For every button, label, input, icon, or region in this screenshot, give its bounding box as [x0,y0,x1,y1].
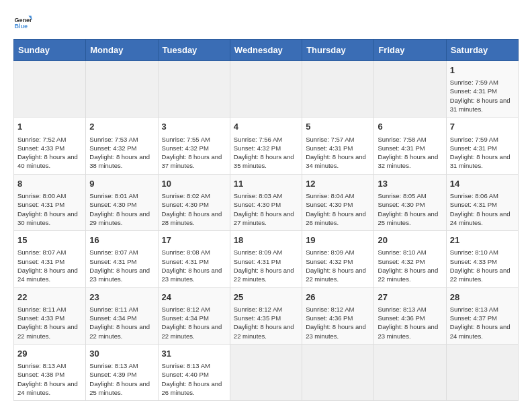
sunrise-text: Sunrise: 7:56 AM [234,136,282,143]
sunrise-text: Sunrise: 8:08 AM [162,248,210,256]
calendar-cell: 8Sunrise: 8:00 AMSunset: 4:31 PMDaylight… [14,174,86,230]
daylight-text: Daylight: 8 hours and 23 minutes. [306,323,366,339]
daylight-text: Daylight: 8 hours and 31 minutes. [450,97,511,113]
sunset-text: Sunset: 4:40 PM [162,371,209,378]
day-number: 4 [234,121,298,133]
calendar-cell: 10Sunrise: 8:02 AMSunset: 4:30 PMDayligh… [158,174,230,230]
calendar-cell [374,344,446,400]
sunset-text: Sunset: 4:32 PM [89,144,136,152]
calendar-cell: 18Sunrise: 8:09 AMSunset: 4:31 PMDayligh… [230,231,302,287]
day-number: 31 [162,348,226,360]
daylight-text: Daylight: 8 hours and 24 minutes. [17,267,78,283]
sunset-text: Sunset: 4:30 PM [162,201,209,208]
calendar-cell: 25Sunrise: 8:12 AMSunset: 4:35 PMDayligh… [230,287,302,344]
sunset-text: Sunset: 4:35 PM [234,314,281,322]
daylight-text: Daylight: 8 hours and 24 minutes. [17,380,78,396]
day-number: 16 [89,234,154,246]
sunset-text: Sunset: 4:31 PM [450,144,497,152]
sunrise-text: Sunrise: 8:12 AM [306,306,354,313]
sunrise-text: Sunrise: 7:55 AM [162,136,210,143]
sunrise-text: Sunrise: 7:59 AM [450,136,498,143]
day-number: 27 [378,291,442,304]
calendar-cell [14,61,86,118]
sunrise-text: Sunrise: 8:04 AM [306,192,354,199]
daylight-text: Daylight: 8 hours and 38 minutes. [89,153,150,169]
header-thursday: Thursday [302,40,374,61]
sunset-text: Sunset: 4:32 PM [378,258,425,265]
sunset-text: Sunset: 4:30 PM [234,201,281,208]
calendar-cell: 5Sunrise: 7:57 AMSunset: 4:31 PMDaylight… [302,118,374,174]
sunset-text: Sunset: 4:31 PM [450,201,497,208]
sunset-text: Sunset: 4:31 PM [17,201,64,208]
sunset-text: Sunset: 4:31 PM [89,258,136,265]
calendar-cell: 16Sunrise: 8:07 AMSunset: 4:31 PMDayligh… [86,231,158,287]
day-number: 20 [378,234,442,246]
week-row-4: 22Sunrise: 8:11 AMSunset: 4:33 PMDayligh… [14,287,519,344]
sunrise-text: Sunrise: 8:07 AM [17,248,66,256]
sunrise-text: Sunrise: 8:05 AM [378,192,426,199]
sunrise-text: Sunrise: 8:06 AM [450,192,498,199]
daylight-text: Daylight: 8 hours and 23 minutes. [162,267,222,283]
header-saturday: Saturday [446,40,518,61]
daylight-text: Daylight: 8 hours and 25 minutes. [378,210,438,226]
sunrise-text: Sunrise: 8:11 AM [89,306,138,313]
header-tuesday: Tuesday [158,40,230,61]
daylight-text: Daylight: 8 hours and 22 minutes. [450,267,511,283]
day-number: 17 [162,234,226,246]
day-number: 28 [450,291,515,304]
calendar-cell [374,61,446,118]
page-header: General Blue [13,13,519,32]
day-number: 11 [234,178,298,190]
daylight-text: Daylight: 8 hours and 24 minutes. [450,323,511,339]
calendar-cell: 13Sunrise: 8:05 AMSunset: 4:30 PMDayligh… [374,174,446,230]
calendar-cell: 26Sunrise: 8:12 AMSunset: 4:36 PMDayligh… [302,287,374,344]
sunrise-text: Sunrise: 8:13 AM [162,362,210,369]
sunset-text: Sunset: 4:30 PM [378,201,425,208]
sunrise-text: Sunrise: 7:52 AM [17,136,66,143]
sunset-text: Sunset: 4:37 PM [450,314,497,322]
calendar-cell [230,344,302,400]
calendar-cell: 30Sunrise: 8:13 AMSunset: 4:39 PMDayligh… [86,344,158,400]
calendar-cell: 17Sunrise: 8:08 AMSunset: 4:31 PMDayligh… [158,231,230,287]
daylight-text: Daylight: 8 hours and 22 minutes. [162,323,222,339]
sunset-text: Sunset: 4:31 PM [306,144,353,152]
day-number: 13 [378,178,442,190]
calendar-cell: 9Sunrise: 8:01 AMSunset: 4:30 PMDaylight… [86,174,158,230]
logo-icon: General Blue [13,13,32,32]
sunrise-text: Sunrise: 7:59 AM [450,79,498,86]
sunrise-text: Sunrise: 8:09 AM [234,248,282,256]
week-row-2: 8Sunrise: 8:00 AMSunset: 4:31 PMDaylight… [14,174,519,230]
day-number: 9 [89,178,154,190]
day-number: 22 [17,291,82,304]
daylight-text: Daylight: 8 hours and 23 minutes. [378,323,438,339]
day-number: 18 [234,234,298,246]
daylight-text: Daylight: 8 hours and 22 minutes. [234,323,294,339]
header-friday: Friday [374,40,446,61]
calendar-cell [302,344,374,400]
sunrise-text: Sunrise: 8:13 AM [450,306,498,313]
day-number: 25 [234,291,298,304]
day-number: 21 [450,234,515,246]
sunset-text: Sunset: 4:32 PM [162,144,209,152]
day-number: 14 [450,178,515,190]
daylight-text: Daylight: 8 hours and 22 minutes. [306,267,366,283]
day-number: 30 [89,348,154,360]
sunset-text: Sunset: 4:36 PM [378,314,425,322]
sunset-text: Sunset: 4:31 PM [234,258,281,265]
sunrise-text: Sunrise: 8:09 AM [306,248,354,256]
day-number: 1 [450,64,515,77]
calendar-cell: 4Sunrise: 7:56 AMSunset: 4:32 PMDaylight… [230,118,302,174]
calendar-cell: 11Sunrise: 8:03 AMSunset: 4:30 PMDayligh… [230,174,302,230]
sunset-text: Sunset: 4:32 PM [306,258,353,265]
calendar-header-row: SundayMondayTuesdayWednesdayThursdayFrid… [14,40,519,61]
day-number: 3 [162,121,226,133]
day-number: 26 [306,291,370,304]
calendar-cell [230,61,302,118]
daylight-text: Daylight: 8 hours and 40 minutes. [17,153,78,169]
sunrise-text: Sunrise: 7:58 AM [378,136,426,143]
daylight-text: Daylight: 8 hours and 27 minutes. [234,210,294,226]
calendar-cell: 3Sunrise: 7:55 AMSunset: 4:32 PMDaylight… [158,118,230,174]
week-row-1: 1Sunrise: 7:52 AMSunset: 4:33 PMDaylight… [14,118,519,174]
sunset-text: Sunset: 4:30 PM [306,201,353,208]
sunrise-text: Sunrise: 7:57 AM [306,136,354,143]
